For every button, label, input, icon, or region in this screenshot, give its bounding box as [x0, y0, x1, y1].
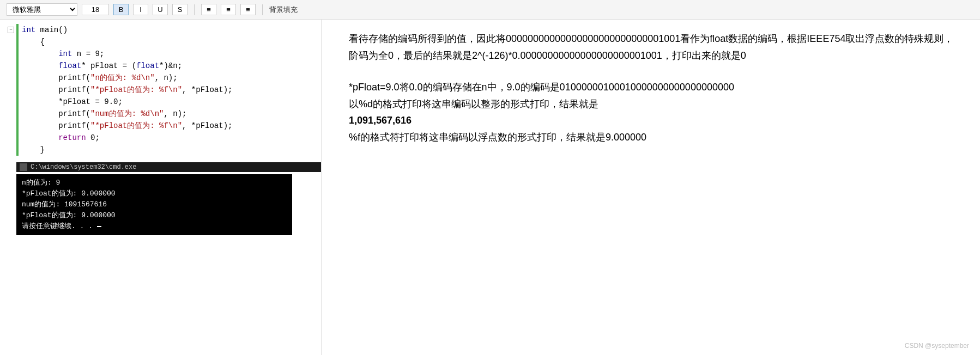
bold-button[interactable]: B — [113, 4, 129, 15]
font-size-input[interactable] — [82, 4, 109, 15]
code-panel: − int main() { int n = 9; — [0, 20, 322, 355]
para-2-text: *pFloat=9.0将0.0的编码存储在n中，9.0的编码是010000001… — [349, 79, 958, 96]
code-row-printf-3: printf("num的值为: %d\n", n); — [0, 108, 321, 120]
para-5-text: %f的格式符打印将这串编码以浮点数的形式打印，结果就是9.000000 — [349, 129, 958, 146]
para-3-text: 以%d的格式打印将这串编码以整形的形式打印，结果就是 — [349, 96, 958, 113]
code-text-7: *pFloat = 9.0; — [19, 97, 123, 106]
code-row-return: return 0; — [0, 132, 321, 144]
code-text-6: printf("*pFloat的值为: %f\n", *pFloat); — [19, 85, 232, 95]
keyword-float-2: float — [136, 62, 159, 70]
main-content: − int main() { int n = 9; — [0, 20, 980, 355]
code-row-main: − int main() — [0, 24, 321, 36]
cmd-line-3: num的值为: 1091567616 — [22, 199, 287, 210]
code-row-printf-2: printf("*pFloat的值为: %f\n", *pFloat); — [0, 84, 321, 96]
code-row-pfloat-decl: float* pFloat = (float*)&n; — [0, 60, 321, 72]
code-row-n: int n = 9; — [0, 48, 321, 60]
paragraph-1: 看待存储的编码所得到的值，因此将000000000000000000000000… — [349, 30, 958, 64]
result-number: 1,091,567,616 — [349, 115, 412, 126]
separator-2 — [262, 4, 263, 15]
string-1: "n的值为: %d\n" — [90, 74, 155, 82]
cmd-line-5: 请按任意键继续. . . — [22, 221, 287, 232]
align-right-button[interactable]: ≡ — [240, 4, 256, 15]
text-panel: 看待存储的编码所得到的值，因此将000000000000000000000000… — [322, 20, 980, 355]
code-text-3: int n = 9; — [19, 50, 104, 58]
cmd-line-1: n的值为: 9 — [22, 178, 287, 188]
keyword-int-1: int — [22, 26, 35, 34]
code-main: main() — [35, 26, 68, 34]
font-name-select[interactable]: 微软雅黑 — [7, 3, 77, 16]
toolbar: 微软雅黑 B I U S ≡ ≡ ≡ 背景填充 — [0, 0, 980, 20]
italic-button[interactable]: I — [133, 4, 148, 15]
code-row-pfloat-assign: *pFloat = 9.0; — [0, 96, 321, 108]
code-text-1: int main() — [19, 26, 68, 34]
keyword-return: return — [58, 133, 86, 142]
collapse-btn-1[interactable]: − — [8, 27, 14, 33]
keyword-int-2: int — [58, 50, 72, 58]
bg-fill-label: 背景填充 — [269, 5, 298, 15]
cmd-container: C:\windows\system32\cmd.exe n的值为: 9 *pFl… — [16, 162, 321, 235]
code-row-brace-close: } — [0, 144, 321, 156]
code-text-9: printf("*pFloat的值为: %f\n", *pFloat); — [19, 121, 232, 131]
code-n-decl: n = 9; — [72, 50, 104, 58]
cmd-window: n的值为: 9 *pFloat的值为: 0.000000 num的值为: 109… — [16, 174, 292, 235]
paragraph-2: *pFloat=9.0将0.0的编码存储在n中，9.0的编码是010000001… — [349, 79, 958, 145]
cmd-cursor — [97, 226, 101, 227]
align-left-button[interactable]: ≡ — [201, 4, 216, 15]
code-text-4: float* pFloat = (float*)&n; — [19, 62, 182, 70]
code-text-5: printf("n的值为: %d\n", n); — [19, 73, 178, 83]
watermark: CSDN @syseptember — [905, 342, 969, 350]
code-row-printf-1: printf("n的值为: %d\n", n); — [0, 72, 321, 84]
para-4-text: 1,091,567,616 — [349, 112, 958, 129]
code-text-2: { — [19, 38, 45, 46]
string-3: "num的值为: %d\n" — [90, 109, 164, 118]
code-area: − int main() { int n = 9; — [0, 20, 321, 160]
code-row-printf-4: printf("*pFloat的值为: %f\n", *pFloat); — [0, 120, 321, 132]
code-text-11: } — [19, 145, 45, 154]
keyword-float-1: float — [58, 62, 81, 70]
underline-button[interactable]: U — [153, 4, 168, 15]
string-2: "*pFloat的值为: %f\n" — [90, 85, 182, 94]
cmd-title: C:\windows\system32\cmd.exe — [31, 163, 136, 171]
string-4: "*pFloat的值为: %f\n" — [90, 121, 182, 130]
gutter-1: − — [0, 27, 16, 33]
strikethrough-button[interactable]: S — [172, 4, 187, 15]
separator-1 — [194, 4, 195, 15]
code-text-10: return 0; — [19, 133, 100, 142]
code-pfloat-decl: * pFloat = ( — [81, 62, 136, 70]
align-center-button[interactable]: ≡ — [221, 4, 236, 15]
code-row-brace-open: { — [0, 36, 321, 48]
cmd-titlebar: C:\windows\system32\cmd.exe — [16, 162, 321, 172]
cmd-line-4: *pFloat的值为: 9.000000 — [22, 210, 287, 221]
para-1-text: 看待存储的编码所得到的值，因此将000000000000000000000000… — [349, 30, 958, 64]
cmd-icon — [20, 163, 27, 171]
code-pfloat-decl2: *)&n; — [159, 62, 182, 70]
code-text-8: printf("num的值为: %d\n", n); — [19, 109, 186, 119]
cmd-line-2: *pFloat的值为: 0.000000 — [22, 188, 287, 199]
